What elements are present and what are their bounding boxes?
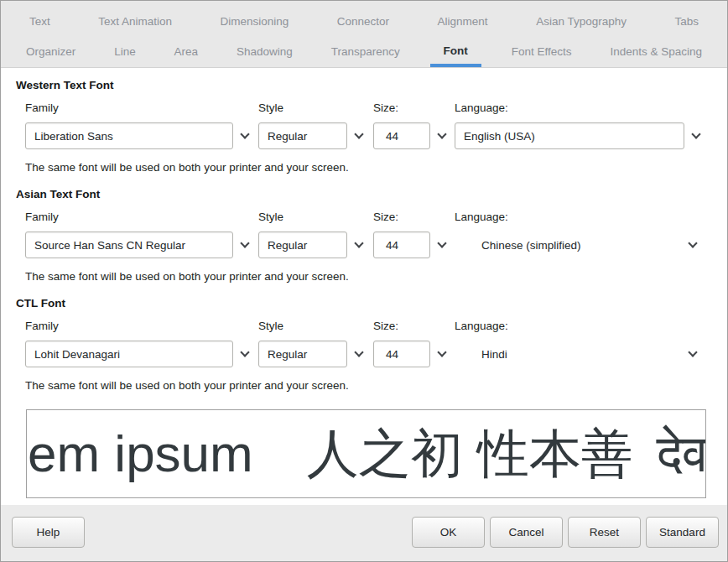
western-style-label: Style xyxy=(258,101,373,115)
chevron-down-icon[interactable] xyxy=(437,238,446,247)
western-printer-note: The same font will be used on both your … xyxy=(25,161,705,174)
ok-button[interactable]: OK xyxy=(412,517,485,548)
chevron-down-icon[interactable] xyxy=(354,238,363,247)
asian-family-combo: Source Han Sans CN Regular xyxy=(25,232,258,258)
asian-size-label: Size: xyxy=(373,211,455,224)
tab-line[interactable]: Line xyxy=(106,37,144,67)
chevron-down-icon[interactable] xyxy=(688,238,697,247)
asian-family-input[interactable]: Source Han Sans CN Regular xyxy=(25,232,233,258)
asian-family-label: Family xyxy=(25,211,258,224)
ctl-language-label: Language: xyxy=(455,320,705,333)
font-preview-text: em ipsum人之初 性本善देवन xyxy=(27,428,706,480)
tab-organizer[interactable]: Organizer xyxy=(18,37,84,67)
ctl-style-input[interactable]: Regular xyxy=(258,341,347,367)
chevron-down-icon[interactable] xyxy=(688,347,697,356)
ctl-size-combo: 44 xyxy=(373,341,455,367)
chevron-down-icon[interactable] xyxy=(437,347,446,356)
western-style-combo: Regular xyxy=(258,122,373,149)
western-section-title: Western Text Font xyxy=(16,79,727,92)
tab-area[interactable]: Area xyxy=(166,37,207,67)
tab-shadowing[interactable]: Shadowing xyxy=(228,37,301,67)
western-size-combo: 44 xyxy=(373,122,455,149)
asian-style-input[interactable]: Regular xyxy=(258,232,347,258)
tab-text-animation[interactable]: Text Animation xyxy=(90,7,180,37)
ctl-printer-note: The same font will be used on both your … xyxy=(25,379,705,393)
preview-latin-text: em ipsum xyxy=(28,424,253,482)
asian-style-combo: Regular xyxy=(258,232,373,258)
chevron-down-icon[interactable] xyxy=(354,347,363,356)
asian-fields: Family Style Size: Language: Source Han … xyxy=(25,211,705,258)
asian-size-input[interactable]: 44 xyxy=(373,232,430,258)
tab-asian-typography[interactable]: Asian Typography xyxy=(528,7,635,37)
ctl-language-value: Hindi xyxy=(455,348,507,361)
asian-language-label: Language: xyxy=(455,211,705,224)
tab-dimensioning[interactable]: Dimensioning xyxy=(212,7,298,37)
tab-tabs[interactable]: Tabs xyxy=(666,7,707,37)
tab-connector[interactable]: Connector xyxy=(329,7,398,37)
dialog-footer: Help OK Cancel Reset Standard xyxy=(1,505,727,561)
western-size-input[interactable]: 44 xyxy=(373,122,430,149)
asian-section-title: Asian Text Font xyxy=(16,188,727,201)
tab-row-2: Organizer Line Area Shadowing Transparen… xyxy=(1,37,727,67)
ctl-family-input[interactable]: Lohit Devanagari xyxy=(25,341,233,367)
ctl-style-combo: Regular xyxy=(258,341,373,367)
tab-text[interactable]: Text xyxy=(21,7,59,37)
cancel-button[interactable]: Cancel xyxy=(490,517,563,548)
ctl-language-combo: Hindi xyxy=(455,341,705,367)
tab-font-effects[interactable]: Font Effects xyxy=(503,37,580,67)
tab-row-1: Text Text Animation Dimensioning Connect… xyxy=(1,7,727,37)
chevron-down-icon[interactable] xyxy=(240,129,249,138)
chevron-down-icon[interactable] xyxy=(691,129,700,138)
western-language-combo: English (USA) xyxy=(455,122,705,149)
western-fields: Family Style Size: Language: Liberation … xyxy=(25,101,705,149)
asian-size-combo: 44 xyxy=(373,232,455,258)
ctl-language-select[interactable]: Hindi xyxy=(455,348,705,361)
chevron-down-icon[interactable] xyxy=(354,129,363,138)
reset-button[interactable]: Reset xyxy=(568,517,641,548)
asian-language-combo: Chinese (simplified) xyxy=(455,232,705,258)
asian-style-label: Style xyxy=(258,211,373,224)
tab-transparency[interactable]: Transparency xyxy=(323,37,408,67)
standard-button[interactable]: Standard xyxy=(646,517,719,548)
ctl-size-input[interactable]: 44 xyxy=(373,341,430,367)
ctl-family-label: Family xyxy=(25,320,258,333)
western-language-label: Language: xyxy=(455,101,705,115)
chevron-down-icon[interactable] xyxy=(240,238,249,247)
asian-language-value: Chinese (simplified) xyxy=(455,239,581,252)
western-size-label: Size: xyxy=(373,101,455,115)
help-button[interactable]: Help xyxy=(12,517,85,548)
tab-font[interactable]: Font xyxy=(430,37,481,67)
preview-cjk-text: 人之初 性本善 xyxy=(307,424,633,482)
asian-language-select[interactable]: Chinese (simplified) xyxy=(455,239,705,252)
western-family-combo: Liberation Sans xyxy=(25,122,258,149)
chevron-down-icon[interactable] xyxy=(240,347,249,356)
tab-indents-spacing[interactable]: Indents & Spacing xyxy=(601,37,710,67)
action-button-group: OK Cancel Reset Standard xyxy=(412,517,719,548)
preview-ctl-text: देवन xyxy=(657,424,706,482)
character-dialog: Text Text Animation Dimensioning Connect… xyxy=(0,0,728,562)
asian-printer-note: The same font will be used on both your … xyxy=(25,270,705,284)
ctl-section-title: CTL Font xyxy=(16,297,727,310)
ctl-family-combo: Lohit Devanagari xyxy=(25,341,258,367)
tab-strip: Text Text Animation Dimensioning Connect… xyxy=(1,1,727,68)
font-preview-box: em ipsum人之初 性本善देवन xyxy=(26,409,706,498)
western-language-input[interactable]: English (USA) xyxy=(455,122,684,149)
font-tab-content: Western Text Font Family Style Size: Lan… xyxy=(1,68,727,505)
tab-alignment[interactable]: Alignment xyxy=(429,7,497,37)
western-family-input[interactable]: Liberation Sans xyxy=(25,122,233,149)
ctl-fields: Family Style Size: Language: Lohit Devan… xyxy=(25,320,705,367)
ctl-style-label: Style xyxy=(258,320,373,333)
ctl-size-label: Size: xyxy=(373,320,455,333)
chevron-down-icon[interactable] xyxy=(437,129,446,138)
western-family-label: Family xyxy=(25,101,258,115)
western-style-input[interactable]: Regular xyxy=(258,122,347,149)
